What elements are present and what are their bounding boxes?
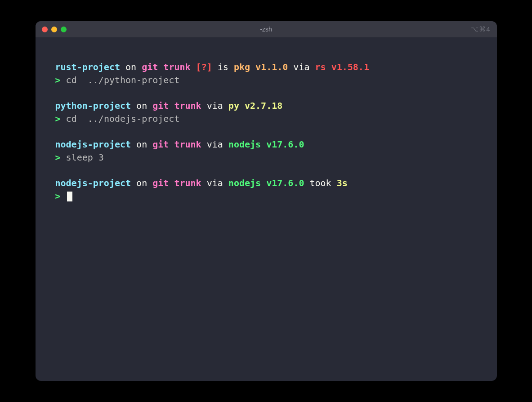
package-label: pkg xyxy=(234,62,255,72)
command-text: sleep 3 xyxy=(66,152,104,163)
prompt-line: nodejs-project on git trunk via nodejs v… xyxy=(55,177,477,190)
separator-on: on xyxy=(131,139,152,150)
git-label: git xyxy=(152,178,174,188)
directory-segment: python-project xyxy=(55,100,131,111)
terminal-window: -zsh ⌥⌘4 rust-project on git trunk [?] i… xyxy=(36,21,497,381)
cursor xyxy=(67,192,72,201)
prompt-line: rust-project on git trunk [?] is pkg v1.… xyxy=(55,61,477,74)
git-status: [?] xyxy=(196,62,212,72)
separator-on: on xyxy=(131,178,152,188)
terminal-body[interactable]: rust-project on git trunk [?] is pkg v1.… xyxy=(36,37,497,381)
separator-via: via xyxy=(288,62,315,72)
directory-segment: nodejs-project xyxy=(55,139,131,150)
traffic-lights xyxy=(42,27,67,32)
minimize-button[interactable] xyxy=(51,27,57,32)
command-text: cd ../python-project xyxy=(66,75,180,85)
language-label: nodejs xyxy=(228,139,266,150)
language-label: nodejs xyxy=(228,178,266,188)
prompt-char: > xyxy=(55,113,66,124)
command-line: > cd ../python-project xyxy=(55,74,477,87)
separator-is: is xyxy=(212,62,234,72)
separator-took: took xyxy=(304,178,336,188)
git-label: git xyxy=(152,100,174,111)
language-label: py xyxy=(228,100,245,111)
prompt-char: > xyxy=(55,152,66,163)
separator-on: on xyxy=(131,100,152,111)
duration-value: 3s xyxy=(337,178,348,188)
separator-via: via xyxy=(201,178,228,188)
language-version: v17.6.0 xyxy=(266,139,304,150)
git-branch: trunk xyxy=(174,139,201,150)
git-label: git xyxy=(152,139,174,150)
prompt-line: nodejs-project on git trunk via nodejs v… xyxy=(55,138,477,151)
command-line: > cd ../nodejs-project xyxy=(55,112,477,125)
prompt-char: > xyxy=(55,75,66,85)
language-version: v17.6.0 xyxy=(266,178,304,188)
git-branch: trunk xyxy=(174,100,201,111)
prompt-block: nodejs-project on git trunk via nodejs v… xyxy=(55,177,477,203)
language-version: v1.58.1 xyxy=(331,62,369,72)
prompt-line: python-project on git trunk via py v2.7.… xyxy=(55,99,477,112)
git-branch: trunk xyxy=(174,178,201,188)
command-line: > sleep 3 xyxy=(55,151,477,164)
window-title: -zsh xyxy=(260,26,272,33)
maximize-button[interactable] xyxy=(61,27,67,32)
language-label: rs xyxy=(315,62,331,72)
titlebar: -zsh ⌥⌘4 xyxy=(36,21,497,37)
close-button[interactable] xyxy=(42,27,48,32)
prompt-block: nodejs-project on git trunk via nodejs v… xyxy=(55,138,477,164)
prompt-block: rust-project on git trunk [?] is pkg v1.… xyxy=(55,61,477,87)
directory-segment: rust-project xyxy=(55,62,121,72)
prompt-block: python-project on git trunk via py v2.7.… xyxy=(55,99,477,125)
keyboard-shortcut-hint: ⌥⌘4 xyxy=(471,25,490,33)
directory-segment: nodejs-project xyxy=(55,178,131,188)
prompt-char: > xyxy=(55,191,66,201)
separator-via: via xyxy=(201,139,228,150)
separator-on: on xyxy=(120,62,142,72)
command-line: > xyxy=(55,190,477,203)
git-branch: trunk xyxy=(163,62,196,72)
package-version: v1.1.0 xyxy=(255,62,288,72)
language-version: v2.7.18 xyxy=(245,100,282,111)
command-text: cd ../nodejs-project xyxy=(66,113,180,124)
separator-via: via xyxy=(201,100,228,111)
git-label: git xyxy=(142,62,163,72)
